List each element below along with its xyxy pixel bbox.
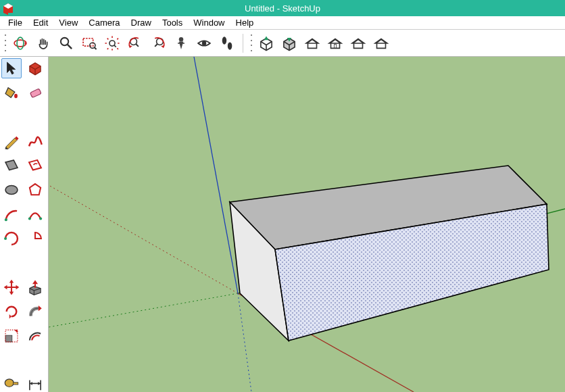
svg-rect-57 [5, 335, 12, 342]
svg-point-6 [61, 37, 68, 45]
svg-marker-52 [16, 285, 20, 290]
house-front-icon[interactable] [348, 33, 368, 53]
svg-marker-35 [7, 62, 16, 74]
next-view-icon[interactable] [148, 33, 168, 53]
titlebar: Untitled - SketchUp [0, 0, 565, 16]
svg-marker-44 [29, 184, 40, 195]
toolbar-divider [243, 34, 243, 53]
menu-window[interactable]: Window [188, 17, 230, 28]
svg-marker-49 [9, 280, 14, 283]
share-model-icon[interactable] [279, 33, 299, 53]
eraser-icon[interactable] [25, 82, 45, 103]
svg-point-21 [202, 41, 207, 45]
menu-edit[interactable]: Edit [28, 17, 53, 28]
paint-bucket-icon[interactable] [1, 82, 22, 103]
look-around-icon[interactable] [194, 33, 214, 53]
svg-rect-37 [30, 89, 41, 98]
pie-icon[interactable] [25, 228, 45, 249]
svg-marker-51 [4, 285, 7, 290]
svg-line-10 [94, 47, 96, 49]
three-point-arc-icon[interactable] [1, 228, 22, 249]
svg-point-4 [17, 37, 24, 49]
menubar: File Edit View Camera Draw Tools Window … [0, 16, 565, 30]
zoom-icon[interactable] [56, 33, 76, 53]
camera-toolbar [0, 30, 565, 57]
house-right-icon[interactable] [371, 33, 391, 53]
svg-marker-41 [5, 160, 18, 170]
toolbar-grip[interactable] [3, 33, 7, 53]
freehand-icon[interactable] [25, 131, 45, 151]
push-pull-icon[interactable] [25, 277, 45, 297]
svg-point-45 [5, 218, 7, 221]
svg-marker-29 [329, 39, 341, 43]
svg-rect-61 [13, 383, 18, 385]
svg-point-43 [5, 186, 18, 195]
svg-point-48 [4, 237, 7, 240]
rotated-rect-icon[interactable] [25, 155, 45, 176]
menu-view[interactable]: View [53, 17, 83, 28]
make-component-icon[interactable] [25, 58, 45, 78]
svg-marker-24 [264, 36, 269, 40]
menu-tools[interactable]: Tools [157, 17, 188, 28]
svg-line-14 [136, 43, 139, 46]
svg-line-17 [155, 43, 157, 46]
previous-view-icon[interactable] [125, 33, 145, 53]
app-logo-icon [1, 1, 15, 15]
scale-icon[interactable] [1, 326, 22, 346]
walk-icon[interactable] [217, 33, 237, 53]
svg-marker-42 [29, 160, 41, 170]
two-point-arc-icon[interactable] [25, 204, 45, 224]
svg-rect-8 [83, 38, 93, 45]
svg-marker-32 [352, 39, 364, 43]
get-models-icon[interactable] [256, 33, 276, 53]
svg-marker-38 [6, 138, 17, 149]
rotate-icon[interactable] [1, 301, 22, 322]
svg-point-46 [28, 217, 30, 220]
house-top-icon[interactable] [325, 33, 345, 53]
svg-point-3 [14, 40, 26, 47]
svg-marker-34 [375, 39, 387, 43]
svg-point-36 [14, 94, 18, 99]
svg-point-22 [222, 36, 227, 44]
window-title: Untitled - SketchUp [245, 3, 320, 14]
svg-point-60 [5, 379, 14, 387]
house-iso-icon[interactable] [302, 33, 322, 53]
orbit-icon[interactable] [10, 33, 30, 53]
polygon-icon[interactable] [25, 180, 45, 200]
svg-marker-56 [38, 305, 41, 311]
position-camera-icon[interactable] [171, 33, 191, 53]
arc-icon[interactable] [1, 204, 22, 224]
svg-marker-27 [306, 39, 318, 43]
svg-marker-55 [9, 314, 11, 319]
svg-point-19 [179, 37, 184, 42]
drawing-toolbar: A1 A [0, 57, 49, 392]
zoom-window-icon[interactable] [79, 33, 99, 53]
line-icon[interactable] [1, 131, 22, 151]
svg-marker-59 [14, 330, 18, 333]
svg-marker-53 [32, 280, 37, 284]
follow-me-icon[interactable] [25, 301, 45, 322]
svg-rect-30 [334, 44, 336, 48]
circle-icon[interactable] [1, 180, 22, 200]
zoom-extents-icon[interactable] [102, 33, 122, 53]
svg-line-7 [68, 44, 72, 49]
tape-measure-icon[interactable] [1, 374, 22, 392]
menu-help[interactable]: Help [230, 17, 260, 28]
menu-file[interactable]: File [3, 17, 28, 28]
toolbar-grip[interactable] [249, 33, 253, 53]
3d-viewport[interactable] [49, 57, 565, 392]
svg-point-23 [228, 42, 232, 49]
offset-icon[interactable] [25, 326, 45, 346]
menu-draw[interactable]: Draw [126, 17, 157, 28]
svg-line-12 [114, 45, 116, 47]
rectangle-icon[interactable] [1, 155, 22, 176]
svg-marker-50 [9, 292, 14, 295]
dimension-icon[interactable] [25, 374, 45, 392]
svg-point-47 [39, 217, 42, 220]
select-icon[interactable] [1, 58, 22, 78]
move-icon[interactable] [1, 277, 22, 297]
pan-icon[interactable] [33, 33, 53, 53]
menu-camera[interactable]: Camera [83, 17, 125, 28]
